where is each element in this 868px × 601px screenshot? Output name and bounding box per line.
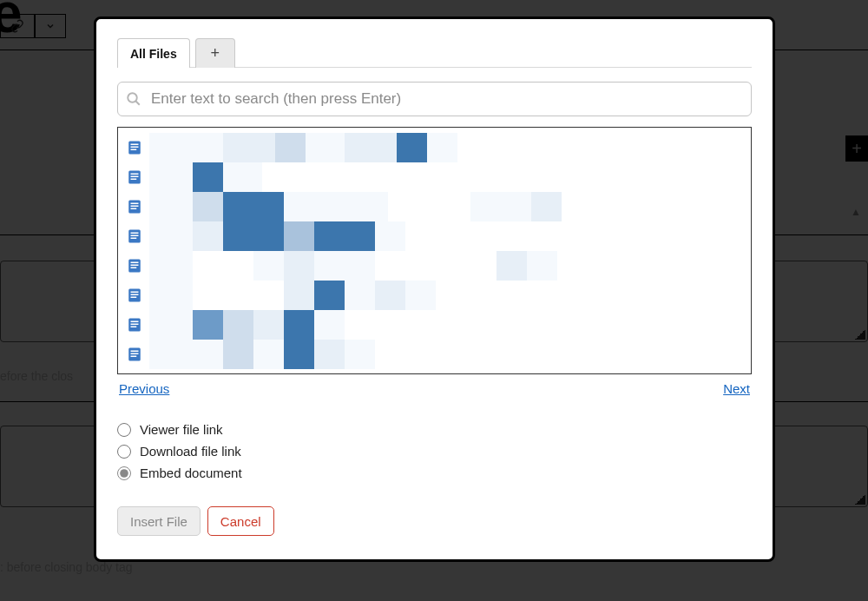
file-row[interactable]	[127, 133, 742, 162]
document-icon	[127, 138, 142, 157]
tab-add[interactable]: +	[195, 38, 235, 68]
svg-rect-29	[131, 327, 137, 328]
redacted-name	[149, 192, 562, 221]
svg-rect-11	[131, 203, 139, 205]
modal-tabs: All Files +	[117, 38, 752, 68]
modal-actions: Insert File Cancel	[117, 506, 752, 536]
file-row[interactable]	[127, 281, 742, 310]
radio-download-link[interactable]: Download file link	[117, 444, 752, 459]
svg-line-1	[135, 101, 140, 105]
svg-rect-9	[131, 179, 137, 181]
svg-rect-23	[131, 292, 139, 294]
svg-rect-24	[131, 294, 139, 296]
svg-rect-27	[131, 321, 139, 323]
search-icon	[126, 91, 141, 107]
svg-rect-13	[131, 208, 137, 210]
svg-rect-21	[131, 267, 137, 269]
file-row[interactable]	[127, 310, 742, 340]
svg-rect-8	[131, 176, 139, 178]
tab-all-files[interactable]: All Files	[117, 38, 190, 68]
file-row[interactable]	[127, 340, 742, 369]
document-icon	[127, 197, 142, 216]
radio-viewer-label: Viewer file link	[140, 422, 223, 437]
pager-next[interactable]: Next	[723, 381, 750, 396]
cancel-button[interactable]: Cancel	[207, 506, 274, 536]
radio-embed-document[interactable]: Embed document	[117, 466, 752, 480]
redacted-name	[149, 162, 262, 192]
search-input[interactable]	[117, 82, 752, 116]
file-row[interactable]	[127, 162, 742, 192]
file-upload-modal: All Files + Previous Next Viewe	[94, 17, 775, 562]
redacted-name	[149, 251, 557, 281]
redacted-name	[149, 133, 457, 162]
file-row[interactable]	[127, 221, 742, 251]
redacted-name	[149, 221, 405, 251]
svg-rect-20	[131, 265, 139, 267]
insert-file-button[interactable]: Insert File	[117, 506, 201, 536]
document-icon	[127, 227, 142, 246]
document-icon	[127, 286, 142, 305]
radio-viewer-link[interactable]: Viewer file link	[117, 422, 752, 437]
document-icon	[127, 345, 142, 364]
svg-rect-4	[131, 147, 139, 149]
svg-rect-15	[131, 233, 139, 234]
radio-download-label: Download file link	[140, 444, 241, 459]
radio-embed-label: Embed document	[140, 466, 242, 480]
radio-viewer-input[interactable]	[117, 423, 131, 437]
search-wrap	[117, 82, 752, 116]
svg-rect-3	[131, 144, 139, 146]
svg-rect-17	[131, 238, 137, 240]
redacted-name	[149, 310, 345, 340]
svg-rect-12	[131, 206, 139, 208]
redacted-name	[149, 340, 375, 369]
svg-point-0	[128, 93, 137, 102]
svg-rect-28	[131, 324, 139, 326]
file-row[interactable]	[127, 192, 742, 221]
svg-rect-19	[131, 262, 139, 264]
svg-rect-7	[131, 174, 139, 175]
svg-rect-5	[131, 149, 137, 151]
pager: Previous Next	[117, 381, 752, 396]
svg-rect-31	[131, 351, 139, 353]
svg-rect-33	[131, 356, 137, 358]
svg-rect-16	[131, 235, 139, 237]
svg-rect-25	[131, 297, 137, 299]
document-icon	[127, 168, 142, 187]
redacted-name	[149, 281, 436, 310]
pager-previous[interactable]: Previous	[119, 381, 169, 396]
document-icon	[127, 315, 142, 334]
document-icon	[127, 256, 142, 275]
file-list-panel	[117, 127, 752, 374]
insert-mode-group: Viewer file link Download file link Embe…	[117, 422, 752, 480]
svg-rect-32	[131, 353, 139, 355]
radio-download-input[interactable]	[117, 445, 131, 459]
radio-embed-input[interactable]	[117, 466, 131, 480]
file-row[interactable]	[127, 251, 742, 281]
